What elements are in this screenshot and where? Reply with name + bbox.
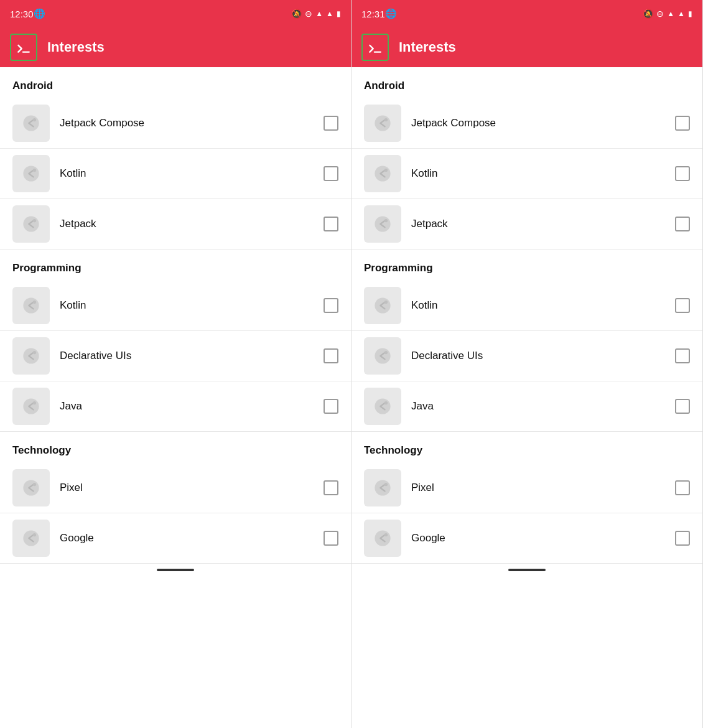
interest-thumbnail bbox=[12, 337, 50, 375]
section-header-1: Programming bbox=[352, 250, 702, 281]
svg-point-11 bbox=[23, 398, 39, 414]
interest-checkbox[interactable] bbox=[324, 531, 338, 546]
svg-point-23 bbox=[384, 219, 388, 222]
interest-checkbox[interactable] bbox=[675, 480, 690, 495]
interest-checkbox[interactable] bbox=[324, 399, 338, 414]
svg-point-10 bbox=[33, 351, 36, 354]
interest-checkbox[interactable] bbox=[675, 116, 690, 131]
minus-circle-icon: ⊖ bbox=[656, 9, 664, 19]
interest-label: Kotlin bbox=[60, 299, 314, 312]
interest-checkbox[interactable] bbox=[324, 116, 338, 131]
interest-checkbox[interactable] bbox=[324, 217, 338, 231]
list-item[interactable]: Pixel bbox=[352, 463, 702, 513]
interest-thumbnail bbox=[364, 155, 401, 192]
interest-checkbox[interactable] bbox=[675, 166, 690, 181]
list-item[interactable]: Declarative UIs bbox=[352, 331, 702, 381]
svg-point-3 bbox=[23, 166, 39, 181]
list-item[interactable]: Jetpack bbox=[0, 199, 351, 250]
list-item[interactable]: Java bbox=[352, 381, 702, 432]
app-icon-box[interactable] bbox=[10, 34, 37, 61]
svg-point-32 bbox=[375, 530, 390, 546]
svg-point-1 bbox=[23, 115, 39, 131]
interest-label: Jetpack Compose bbox=[411, 117, 665, 129]
svg-point-8 bbox=[33, 301, 36, 304]
status-time: 12:30 bbox=[10, 9, 34, 19]
interest-label: Kotlin bbox=[411, 299, 665, 312]
list-item[interactable]: Java bbox=[0, 381, 351, 432]
svg-point-5 bbox=[23, 216, 39, 231]
list-item[interactable]: Jetpack Compose bbox=[352, 98, 702, 149]
phone-panel-left: 12:30 🌐 🔕 ⊖ ▲ ▲ ▮ Interests Android Jetp… bbox=[0, 0, 352, 728]
svg-point-22 bbox=[375, 216, 390, 231]
interest-thumbnail bbox=[12, 520, 50, 557]
wifi-icon: ▲ bbox=[667, 9, 674, 18]
interest-label: Kotlin bbox=[411, 167, 665, 180]
svg-point-14 bbox=[33, 483, 36, 486]
interest-thumbnail bbox=[12, 205, 50, 243]
interest-checkbox[interactable] bbox=[675, 298, 690, 313]
battery-icon: ▮ bbox=[337, 9, 341, 18]
svg-point-24 bbox=[375, 297, 390, 313]
section-header-0: Android bbox=[0, 67, 351, 98]
section-header-2: Technology bbox=[352, 432, 702, 463]
interest-thumbnail bbox=[364, 105, 401, 142]
scroll-indicator bbox=[157, 569, 194, 571]
world-icon: 🌐 bbox=[34, 8, 45, 19]
interest-label: Pixel bbox=[411, 482, 665, 494]
svg-point-9 bbox=[23, 348, 39, 363]
interest-checkbox[interactable] bbox=[675, 217, 690, 231]
interest-thumbnail bbox=[12, 388, 50, 425]
svg-point-7 bbox=[23, 297, 39, 313]
svg-point-25 bbox=[384, 301, 388, 304]
interest-thumbnail bbox=[12, 105, 50, 142]
svg-point-4 bbox=[33, 169, 36, 172]
list-item[interactable]: Kotlin bbox=[0, 281, 351, 331]
battery-icon: ▮ bbox=[688, 9, 692, 18]
interest-thumbnail bbox=[364, 337, 401, 375]
list-item[interactable]: Kotlin bbox=[352, 149, 702, 199]
interest-checkbox[interactable] bbox=[324, 480, 338, 495]
interest-thumbnail bbox=[12, 155, 50, 192]
svg-point-27 bbox=[384, 351, 388, 354]
interest-thumbnail bbox=[12, 287, 50, 324]
interest-label: Jetpack bbox=[411, 218, 665, 230]
svg-point-12 bbox=[33, 401, 36, 404]
list-item[interactable]: Google bbox=[0, 513, 351, 564]
interest-thumbnail bbox=[364, 287, 401, 324]
bell-slash-icon: 🔕 bbox=[643, 9, 653, 19]
list-item[interactable]: Jetpack bbox=[352, 199, 702, 250]
interest-checkbox[interactable] bbox=[675, 348, 690, 363]
svg-point-30 bbox=[375, 480, 390, 495]
phone-panel-right: 12:31 🌐 🔕 ⊖ ▲ ▲ ▮ Interests Android Jetp… bbox=[352, 0, 703, 728]
interest-checkbox[interactable] bbox=[324, 166, 338, 181]
interest-label: Declarative UIs bbox=[60, 350, 314, 362]
app-icon-box[interactable] bbox=[361, 34, 389, 61]
section-header-0: Android bbox=[352, 67, 702, 98]
list-item[interactable]: Kotlin bbox=[0, 149, 351, 199]
minus-circle-icon: ⊖ bbox=[305, 9, 312, 19]
wifi-icon: ▲ bbox=[315, 9, 323, 18]
section-header-2: Technology bbox=[0, 432, 351, 463]
list-item[interactable]: Jetpack Compose bbox=[0, 98, 351, 149]
svg-point-2 bbox=[33, 118, 36, 121]
world-icon: 🌐 bbox=[385, 8, 397, 19]
bell-slash-icon: 🔕 bbox=[291, 9, 302, 19]
interest-checkbox[interactable] bbox=[675, 531, 690, 546]
list-item[interactable]: Declarative UIs bbox=[0, 331, 351, 381]
list-item[interactable]: Kotlin bbox=[352, 281, 702, 331]
scroll-indicator bbox=[508, 569, 546, 571]
interest-checkbox[interactable] bbox=[324, 298, 338, 313]
app-bar: Interests bbox=[352, 27, 702, 67]
interest-checkbox[interactable] bbox=[324, 348, 338, 363]
interest-thumbnail bbox=[364, 205, 401, 243]
interest-checkbox[interactable] bbox=[675, 399, 690, 414]
svg-point-6 bbox=[33, 219, 36, 222]
content-area: Android Jetpack Compose Kotlin bbox=[0, 67, 351, 728]
app-title: Interests bbox=[399, 39, 456, 55]
interest-label: Google bbox=[411, 532, 665, 544]
svg-point-15 bbox=[23, 530, 39, 546]
content-area: Android Jetpack Compose Kotlin bbox=[352, 67, 702, 728]
app-title: Interests bbox=[47, 39, 105, 55]
list-item[interactable]: Pixel bbox=[0, 463, 351, 513]
list-item[interactable]: Google bbox=[352, 513, 702, 564]
